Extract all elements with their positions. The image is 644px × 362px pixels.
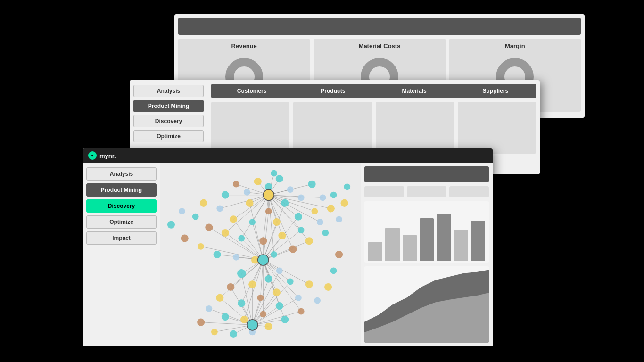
svg-point-117 [298,227,305,233]
svg-point-145 [206,305,212,312]
card2-nav-discovery[interactable]: Discovery [133,115,204,127]
svg-point-136 [227,283,234,291]
bar [368,242,382,261]
area-chart-svg [364,266,489,343]
nav-discovery[interactable]: Discovery [86,199,157,213]
svg-line-29 [269,195,309,241]
cell-customers [211,102,289,154]
rp-filters [364,186,489,197]
svg-point-139 [276,268,283,274]
svg-point-125 [214,251,221,258]
svg-line-28 [269,195,293,249]
svg-point-162 [335,251,343,258]
svg-line-75 [252,292,277,325]
card1-header-bar [178,18,581,35]
svg-point-132 [336,216,342,222]
svg-point-98 [265,208,272,214]
svg-point-93 [287,186,294,193]
svg-point-111 [192,214,199,220]
svg-line-55 [220,260,263,297]
metric-material-costs-label: Material Costs [359,42,401,49]
svg-point-156 [265,323,272,330]
cell-suppliers [458,102,536,154]
svg-point-130 [305,237,313,245]
card-front: ● mynr. Analysis Product Mining Discover… [83,148,493,346]
svg-point-115 [259,237,267,245]
svg-point-122 [167,221,175,229]
svg-line-14 [233,195,269,220]
svg-point-138 [265,275,272,283]
svg-point-150 [295,295,302,301]
svg-point-105 [249,219,256,225]
svg-line-49 [263,241,309,260]
right-panel [361,163,493,346]
svg-point-133 [341,199,348,207]
nav-product-mining[interactable]: Product Mining [86,183,157,197]
network-graph [160,163,361,346]
svg-point-100 [308,181,316,188]
bar [420,218,434,261]
svg-point-96 [246,199,253,207]
metric-revenue-label: Revenue [231,42,257,49]
svg-line-33 [233,219,263,260]
svg-point-153 [211,329,218,335]
svg-line-30 [250,203,264,260]
svg-point-147 [240,316,248,323]
svg-point-118 [317,219,323,225]
svg-point-124 [198,243,204,250]
svg-point-161 [330,268,337,274]
bar [454,230,468,261]
svg-point-94 [254,178,262,185]
svg-point-108 [311,208,318,214]
col-suppliers: Suppliers [455,88,536,94]
bar [403,235,417,261]
svg-point-120 [330,192,337,198]
svg-point-141 [238,299,245,307]
svg-point-99 [298,195,305,201]
svg-point-110 [200,199,207,207]
rp-filter-2[interactable] [407,186,446,197]
app-name: mynr. [99,152,116,159]
svg-point-116 [278,232,286,239]
nav-analysis[interactable]: Analysis [86,167,157,181]
rp-filter-3[interactable] [449,186,489,197]
col-materials: Materials [374,88,455,94]
svg-point-95 [271,170,277,177]
svg-point-112 [205,224,213,231]
rp-bar-chart [364,201,489,263]
svg-point-126 [233,254,239,261]
svg-point-157 [281,316,289,323]
nav-impact[interactable]: Impact [86,231,157,245]
bar [437,214,451,261]
nav-optimize[interactable]: Optimize [86,215,157,229]
rp-area-chart [364,266,489,343]
rp-filter-1[interactable] [364,186,404,197]
svg-point-152 [197,319,205,326]
col-products: Products [292,88,373,94]
svg-point-97 [281,199,289,207]
bar [385,228,399,261]
logo-icon: ● [88,151,97,160]
svg-point-119 [327,205,335,212]
card2-table-row [211,102,536,154]
card2-nav-analysis[interactable]: Analysis [133,85,204,97]
svg-point-158 [298,308,305,315]
content-area [160,163,493,346]
svg-point-148 [260,311,266,317]
cell-products [293,102,372,154]
svg-point-102 [222,191,229,199]
card2-nav-optimize[interactable]: Optimize [133,130,204,142]
app-header: ● mynr. [83,148,493,163]
card2-nav-product-mining[interactable]: Product Mining [133,100,204,112]
col-customers: Customers [211,88,292,94]
svg-point-144 [287,279,294,285]
metric-margin-label: Margin [505,42,525,49]
svg-point-134 [344,184,350,190]
svg-point-151 [305,280,313,288]
svg-point-123 [181,235,189,242]
svg-line-60 [244,260,263,319]
svg-point-103 [216,205,223,212]
svg-point-140 [216,294,223,302]
svg-point-146 [222,313,229,321]
cell-materials [376,102,454,154]
